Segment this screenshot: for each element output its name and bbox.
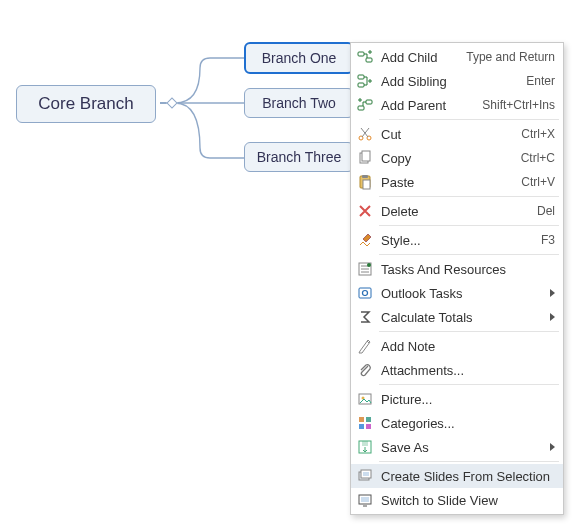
menu-separator xyxy=(379,461,559,462)
menu-item-label: Save As xyxy=(381,440,544,455)
menu-item-outlook-tasks[interactable]: OOutlook Tasks xyxy=(351,281,563,305)
svg-rect-2 xyxy=(358,75,364,79)
menu-item-shortcut: F3 xyxy=(541,233,555,247)
svg-rect-5 xyxy=(358,106,364,110)
menu-item-tasks-and-resources[interactable]: Tasks And Resources xyxy=(351,257,563,281)
menu-item-add-note[interactable]: Add Note xyxy=(351,334,563,358)
svg-rect-1 xyxy=(366,58,372,62)
menu-item-add-sibling[interactable]: Add SiblingEnter xyxy=(351,69,563,93)
menu-item-paste[interactable]: PasteCtrl+V xyxy=(351,170,563,194)
menu-item-shortcut: Shift+Ctrl+Ins xyxy=(482,98,555,112)
menu-item-label: Calculate Totals xyxy=(381,310,544,325)
menu-item-save-as[interactable]: Save As xyxy=(351,435,563,459)
menu-item-add-child[interactable]: Add ChildType and Return xyxy=(351,45,563,69)
add-sibling-icon xyxy=(355,71,375,91)
menu-item-label: Add Child xyxy=(381,50,460,65)
menu-separator xyxy=(379,384,559,385)
menu-item-label: Switch to Slide View xyxy=(381,493,555,508)
branch-label: Branch One xyxy=(262,50,337,66)
menu-item-label: Copy xyxy=(381,151,515,166)
sigma-icon xyxy=(355,307,375,327)
branch-node-1[interactable]: Branch One xyxy=(244,42,354,74)
svg-rect-3 xyxy=(358,83,364,87)
menu-separator xyxy=(379,254,559,255)
copy-icon xyxy=(355,148,375,168)
cut-icon xyxy=(355,124,375,144)
svg-rect-20 xyxy=(366,417,371,422)
branch-label: Branch Three xyxy=(257,149,342,165)
menu-item-picture[interactable]: Picture... xyxy=(351,387,563,411)
menu-item-label: Add Note xyxy=(381,339,555,354)
menu-item-label: Style... xyxy=(381,233,535,248)
svg-rect-4 xyxy=(366,100,372,104)
delete-icon xyxy=(355,201,375,221)
add-parent-icon xyxy=(355,95,375,115)
picture-icon xyxy=(355,389,375,409)
svg-rect-11 xyxy=(362,175,368,178)
svg-rect-0 xyxy=(358,52,364,56)
context-menu: Add ChildType and ReturnAdd SiblingEnter… xyxy=(350,42,564,515)
menu-item-label: Paste xyxy=(381,175,515,190)
add-child-icon xyxy=(355,47,375,67)
menu-item-create-slides-from-selection[interactable]: Create Slides From Selection xyxy=(351,464,563,488)
svg-rect-24 xyxy=(362,441,368,446)
svg-rect-9 xyxy=(362,151,370,161)
menu-item-shortcut: Ctrl+X xyxy=(521,127,555,141)
menu-item-label: Tasks And Resources xyxy=(381,262,555,277)
svg-rect-12 xyxy=(363,180,370,189)
note-icon xyxy=(355,336,375,356)
svg-rect-27 xyxy=(363,472,369,476)
core-branch-label: Core Branch xyxy=(38,94,133,113)
menu-separator xyxy=(379,119,559,120)
menu-item-shortcut: Del xyxy=(537,204,555,218)
menu-item-attachments[interactable]: Attachments... xyxy=(351,358,563,382)
menu-item-categories[interactable]: Categories... xyxy=(351,411,563,435)
svg-text:O: O xyxy=(361,288,368,298)
menu-item-label: Create Slides From Selection xyxy=(381,469,555,484)
menu-item-label: Picture... xyxy=(381,392,555,407)
menu-item-shortcut: Type and Return xyxy=(466,50,555,64)
menu-item-shortcut: Ctrl+C xyxy=(521,151,555,165)
branch-label: Branch Two xyxy=(262,95,336,111)
style-icon xyxy=(355,230,375,250)
menu-item-label: Delete xyxy=(381,204,531,219)
outlook-icon: O xyxy=(355,283,375,303)
menu-item-label: Cut xyxy=(381,127,515,142)
menu-item-label: Add Sibling xyxy=(381,74,520,89)
menu-item-copy[interactable]: CopyCtrl+C xyxy=(351,146,563,170)
menu-item-shortcut: Enter xyxy=(526,74,555,88)
menu-separator xyxy=(379,331,559,332)
menu-item-label: Outlook Tasks xyxy=(381,286,544,301)
menu-item-cut[interactable]: CutCtrl+X xyxy=(351,122,563,146)
categories-icon xyxy=(355,413,375,433)
core-branch-node[interactable]: Core Branch xyxy=(16,85,156,123)
slideview-icon xyxy=(355,490,375,510)
connector-handle xyxy=(166,97,177,108)
branch-node-3[interactable]: Branch Three xyxy=(244,142,354,172)
svg-rect-22 xyxy=(366,424,371,429)
menu-item-label: Categories... xyxy=(381,416,555,431)
menu-separator xyxy=(379,225,559,226)
menu-item-shortcut: Ctrl+V xyxy=(521,175,555,189)
svg-rect-29 xyxy=(361,497,369,502)
menu-separator xyxy=(379,196,559,197)
menu-item-delete[interactable]: DeleteDel xyxy=(351,199,563,223)
svg-point-14 xyxy=(367,263,371,267)
menu-item-style[interactable]: Style...F3 xyxy=(351,228,563,252)
menu-item-switch-to-slide-view[interactable]: Switch to Slide View xyxy=(351,488,563,512)
submenu-arrow-icon xyxy=(550,443,555,451)
tasks-icon xyxy=(355,259,375,279)
menu-item-add-parent[interactable]: Add ParentShift+Ctrl+Ins xyxy=(351,93,563,117)
svg-rect-19 xyxy=(359,417,364,422)
branch-node-2[interactable]: Branch Two xyxy=(244,88,354,118)
menu-item-calculate-totals[interactable]: Calculate Totals xyxy=(351,305,563,329)
attach-icon xyxy=(355,360,375,380)
menu-item-label: Attachments... xyxy=(381,363,555,378)
svg-rect-21 xyxy=(359,424,364,429)
menu-item-label: Add Parent xyxy=(381,98,476,113)
saveas-icon xyxy=(355,437,375,457)
slides-icon xyxy=(355,466,375,486)
paste-icon xyxy=(355,172,375,192)
submenu-arrow-icon xyxy=(550,313,555,321)
submenu-arrow-icon xyxy=(550,289,555,297)
